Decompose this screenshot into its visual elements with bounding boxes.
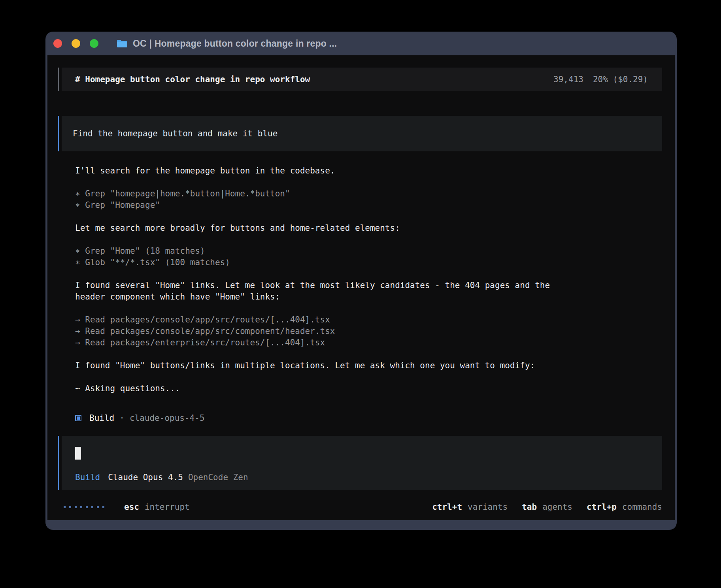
session-title: # Homepage button color change in repo w…	[75, 75, 310, 84]
model-name-label: Claude Opus 4.5	[108, 473, 183, 482]
tool-call-line: → Read packages/console/app/src/routes/[…	[75, 314, 662, 326]
tool-call-line: ∗ Glob "**/*.tsx" (100 matches)	[75, 257, 662, 268]
spinner-dot	[69, 506, 71, 508]
status-bar: esc interrupt ctrl+t variants tab agents…	[58, 501, 662, 513]
close-button[interactable]	[53, 39, 62, 48]
assistant-message-line: header component which have "Home" links…	[75, 291, 662, 303]
spinner-dot	[75, 506, 77, 508]
assistant-message-line: I found several "Home" links. Let me loo…	[75, 280, 662, 291]
token-count: 39,413	[553, 75, 583, 84]
agent-separator: ·	[119, 413, 125, 423]
tool-call-line: ∗ Grep "Home" (18 matches)	[75, 245, 662, 257]
folder-icon	[117, 39, 128, 48]
text-cursor	[75, 447, 81, 460]
shortcut-key: tab	[522, 502, 537, 512]
tool-call-line: ∗ Grep "homepage|home.*button|Home.*butt…	[75, 188, 662, 200]
user-message-accent-bar	[58, 116, 59, 151]
spinner-dot	[97, 506, 99, 508]
assistant-message-line: Let me search more broadly for buttons a…	[75, 222, 662, 234]
agent-name: Build	[89, 413, 114, 423]
blank-line	[75, 303, 662, 314]
model-selector-row: Build Claude Opus 4.5 OpenCode Zen	[75, 473, 662, 482]
tool-call-line: → Read packages/console/app/src/componen…	[75, 326, 662, 337]
minimize-button[interactable]	[72, 39, 80, 48]
spinner-dot	[102, 506, 104, 508]
spinner-dot	[64, 506, 66, 508]
terminal-window: OC | Homepage button color change in rep…	[45, 32, 677, 530]
tool-call-line: → Read packages/enterprise/src/routes/[.…	[75, 337, 662, 349]
shortcut-hints: ctrl+t variants tab agents ctrl+p comman…	[432, 502, 662, 512]
shortcut-key-esc: esc	[124, 502, 139, 512]
blank-line	[75, 371, 662, 383]
prompt-input-accent-bar	[58, 436, 59, 490]
agent-model: claude-opus-4-5	[130, 413, 205, 423]
spinner-dot	[86, 506, 88, 508]
spinner-dot	[80, 506, 82, 508]
blank-line	[75, 177, 662, 188]
shortcut-label-interrupt: interrupt	[145, 502, 190, 512]
shortcut-hint-commands: ctrl+p commands	[587, 502, 662, 512]
window-titlebar[interactable]: OC | Homepage button color change in rep…	[47, 32, 675, 55]
window-title: OC | Homepage button color change in rep…	[133, 38, 337, 49]
shortcut-label: agents	[542, 502, 572, 512]
user-message-text: Find the homepage button and make it blu…	[73, 129, 277, 138]
assistant-message-line: I'll search for the homepage button in t…	[75, 165, 662, 177]
assistant-transcript: I'll search for the homepage button in t…	[58, 165, 662, 394]
assistant-status-line: ~ Asking questions...	[75, 383, 662, 394]
prompt-input[interactable]: Build Claude Opus 4.5 OpenCode Zen	[58, 436, 662, 490]
shortcut-key: ctrl+p	[587, 502, 617, 512]
shortcut-hint-variants: ctrl+t variants	[432, 502, 508, 512]
spinner-dot	[91, 506, 93, 508]
assistant-message-line: I found "Home" buttons/links in multiple…	[75, 360, 662, 371]
zoom-button[interactable]	[90, 39, 98, 48]
tool-call-line: ∗ Grep "Homepage"	[75, 200, 662, 211]
shortcut-label: variants	[468, 502, 508, 512]
agent-status-row: Build · claude-opus-4-5	[58, 412, 662, 424]
context-usage-cost: 20% ($0.29)	[593, 75, 648, 84]
user-message: Find the homepage button and make it blu…	[58, 116, 662, 151]
agent-build-icon	[75, 415, 81, 421]
model-provider-label: OpenCode Zen	[188, 473, 248, 482]
session-header: # Homepage button color change in repo w…	[58, 68, 662, 91]
blank-line	[75, 268, 662, 280]
shortcut-key: ctrl+t	[432, 502, 462, 512]
blank-line	[75, 349, 662, 360]
session-meta: 39,413 20% ($0.29)	[553, 75, 648, 84]
shortcut-label: commands	[622, 502, 662, 512]
blank-line	[75, 211, 662, 222]
agent-mode-label: Build	[75, 473, 100, 482]
blank-line	[75, 234, 662, 245]
shortcut-hint-agents: tab agents	[522, 502, 572, 512]
session-header-accent-bar	[58, 68, 59, 91]
activity-spinner-dots	[64, 506, 104, 508]
terminal-output: # Homepage button color change in repo w…	[47, 55, 675, 520]
